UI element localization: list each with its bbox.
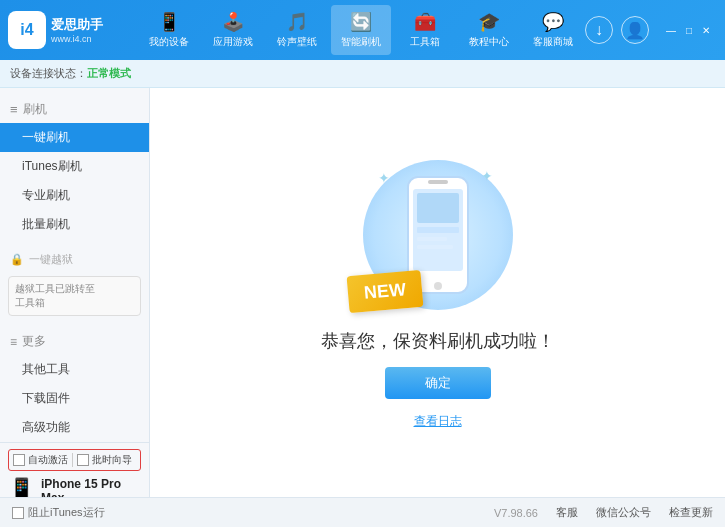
download-btn[interactable]: ↓ bbox=[585, 16, 613, 44]
sidebar-bottom: 自动激活 批时向导 📱 iPhone 15 Pro Max 512GB iPho… bbox=[0, 442, 149, 497]
view-log-link[interactable]: 查看日志 bbox=[414, 413, 462, 430]
service-icon: 💬 bbox=[542, 11, 564, 33]
sidebar-item-batch-flash[interactable]: 批量刷机 bbox=[0, 210, 149, 239]
smart-flash-icon: 🔄 bbox=[350, 11, 372, 33]
nav-toolbox[interactable]: 🧰 工具箱 bbox=[395, 5, 455, 55]
logo-area: i4 爱思助手 www.i4.cn bbox=[8, 11, 138, 49]
options-divider bbox=[72, 453, 73, 467]
svg-point-3 bbox=[434, 282, 442, 290]
flash-section-icon: ≡ bbox=[10, 102, 18, 117]
itunes-flash-label: iTunes刷机 bbox=[22, 159, 82, 173]
lock-icon: 🔒 bbox=[10, 253, 24, 266]
pro-flash-label: 专业刷机 bbox=[22, 188, 70, 202]
tutorial-label: 教程中心 bbox=[469, 35, 509, 49]
sidebar: ≡ 刷机 一键刷机 iTunes刷机 专业刷机 批量刷机 🔒 一键越狱 越狱工具… bbox=[0, 88, 150, 497]
one-key-flash-label: 一键刷机 bbox=[22, 130, 70, 144]
smart-flash-label: 智能刷机 bbox=[341, 35, 381, 49]
success-text: 恭喜您，保资料刷机成功啦！ bbox=[321, 329, 555, 353]
confirm-button[interactable]: 确定 bbox=[385, 367, 491, 399]
status-bar: 设备连接状态： 正常模式 bbox=[0, 60, 725, 88]
app-url: www.i4.cn bbox=[51, 34, 103, 44]
tutorial-icon: 🎓 bbox=[478, 11, 500, 33]
stop-itunes-label: 阻止iTunes运行 bbox=[28, 505, 105, 520]
more-section-icon: ≡ bbox=[10, 335, 17, 349]
nav-tutorial[interactable]: 🎓 教程中心 bbox=[459, 5, 519, 55]
nav-ringtone[interactable]: 🎵 铃声壁纸 bbox=[267, 5, 327, 55]
version-label: V7.98.66 bbox=[494, 507, 538, 519]
more-section-text: 更多 bbox=[22, 333, 46, 350]
service-label: 客服商城 bbox=[533, 35, 573, 49]
auto-activate-label: 自动激活 bbox=[28, 453, 68, 467]
download-fw-label: 下载固件 bbox=[22, 391, 70, 405]
customer-service-link[interactable]: 客服 bbox=[556, 505, 578, 520]
device-phone-icon: 📱 bbox=[8, 477, 35, 497]
logo-text-area: 爱思助手 www.i4.cn bbox=[51, 16, 103, 44]
minimize-btn[interactable]: — bbox=[663, 24, 679, 37]
device-details: iPhone 15 Pro Max 512GB iPhone bbox=[41, 477, 141, 497]
status-value: 正常模式 bbox=[87, 66, 131, 81]
nav-service[interactable]: 💬 客服商城 bbox=[523, 5, 583, 55]
toolbox-label: 工具箱 bbox=[410, 35, 440, 49]
success-card: ✦ ✦ NEW bbox=[321, 155, 555, 430]
top-right-controls: ↓ 👤 — □ ✕ bbox=[585, 16, 713, 44]
other-tools-label: 其他工具 bbox=[22, 362, 70, 376]
check-update-link[interactable]: 检查更新 bbox=[669, 505, 713, 520]
flash-section-text: 刷机 bbox=[23, 101, 47, 118]
bottom-left: 阻止iTunes运行 bbox=[12, 505, 105, 520]
timed-guide-option[interactable]: 批时向导 bbox=[77, 453, 132, 467]
nav-smart-flash[interactable]: 🔄 智能刷机 bbox=[331, 5, 391, 55]
sidebar-item-download-fw[interactable]: 下载固件 bbox=[0, 384, 149, 413]
ringtone-label: 铃声壁纸 bbox=[277, 35, 317, 49]
auto-options-container: 自动激活 批时向导 bbox=[8, 449, 141, 471]
timed-guide-label: 批时向导 bbox=[92, 453, 132, 467]
top-bar: i4 爱思助手 www.i4.cn 📱 我的设备 🕹️ 应用游戏 🎵 铃声壁纸 … bbox=[0, 0, 725, 60]
my-device-icon: 📱 bbox=[158, 11, 180, 33]
batch-flash-label: 批量刷机 bbox=[22, 217, 70, 231]
svg-rect-4 bbox=[417, 193, 459, 223]
content-area: ✦ ✦ NEW bbox=[150, 88, 725, 497]
auto-activate-checkbox[interactable] bbox=[13, 454, 25, 466]
new-label: NEW bbox=[363, 279, 407, 303]
notice-text: 越狱工具已跳转至工具箱 bbox=[15, 283, 95, 308]
svg-rect-6 bbox=[417, 237, 447, 241]
window-controls: — □ ✕ bbox=[663, 24, 713, 37]
maximize-btn[interactable]: □ bbox=[683, 24, 695, 37]
nav-app-game[interactable]: 🕹️ 应用游戏 bbox=[203, 5, 263, 55]
user-btn[interactable]: 👤 bbox=[621, 16, 649, 44]
sidebar-item-advanced[interactable]: 高级功能 bbox=[0, 413, 149, 442]
bottom-bar: 阻止iTunes运行 V7.98.66 客服 微信公众号 检查更新 bbox=[0, 497, 725, 527]
jailbreak-label: 一键越狱 bbox=[29, 252, 73, 267]
advanced-label: 高级功能 bbox=[22, 420, 70, 434]
bottom-right: V7.98.66 客服 微信公众号 检查更新 bbox=[494, 505, 713, 520]
sparkle-right: ✦ bbox=[481, 168, 493, 184]
sidebar-notice: 越狱工具已跳转至工具箱 bbox=[8, 276, 141, 316]
svg-rect-5 bbox=[417, 227, 459, 233]
svg-rect-7 bbox=[417, 245, 453, 249]
wechat-link[interactable]: 微信公众号 bbox=[596, 505, 651, 520]
status-prefix: 设备连接状态： bbox=[10, 66, 87, 81]
app-name: 爱思助手 bbox=[51, 16, 103, 34]
new-ribbon: NEW bbox=[346, 270, 423, 313]
my-device-label: 我的设备 bbox=[149, 35, 189, 49]
toolbox-icon: 🧰 bbox=[414, 11, 436, 33]
main-layout: ≡ 刷机 一键刷机 iTunes刷机 专业刷机 批量刷机 🔒 一键越狱 越狱工具… bbox=[0, 88, 725, 497]
flash-section-label: ≡ 刷机 bbox=[0, 96, 149, 123]
sparkle-left: ✦ bbox=[378, 170, 390, 186]
sidebar-item-other-tools[interactable]: 其他工具 bbox=[0, 355, 149, 384]
device-name: iPhone 15 Pro Max bbox=[41, 477, 141, 497]
stop-itunes-checkbox[interactable] bbox=[12, 507, 24, 519]
sidebar-item-itunes-flash[interactable]: iTunes刷机 bbox=[0, 152, 149, 181]
device-info: 📱 iPhone 15 Pro Max 512GB iPhone bbox=[8, 477, 141, 497]
auto-activate-option[interactable]: 自动激活 bbox=[13, 453, 68, 467]
sidebar-item-one-key-flash[interactable]: 一键刷机 bbox=[0, 123, 149, 152]
nav-my-device[interactable]: 📱 我的设备 bbox=[139, 5, 199, 55]
sidebar-disabled-jailbreak: 🔒 一键越狱 bbox=[0, 247, 149, 272]
timed-guide-checkbox[interactable] bbox=[77, 454, 89, 466]
ringtone-icon: 🎵 bbox=[286, 11, 308, 33]
sidebar-item-pro-flash[interactable]: 专业刷机 bbox=[0, 181, 149, 210]
close-btn[interactable]: ✕ bbox=[699, 24, 713, 37]
nav-bar: 📱 我的设备 🕹️ 应用游戏 🎵 铃声壁纸 🔄 智能刷机 🧰 工具箱 🎓 教程中… bbox=[138, 5, 585, 55]
svg-rect-2 bbox=[428, 180, 448, 184]
logo-icon: i4 bbox=[8, 11, 46, 49]
app-game-icon: 🕹️ bbox=[222, 11, 244, 33]
